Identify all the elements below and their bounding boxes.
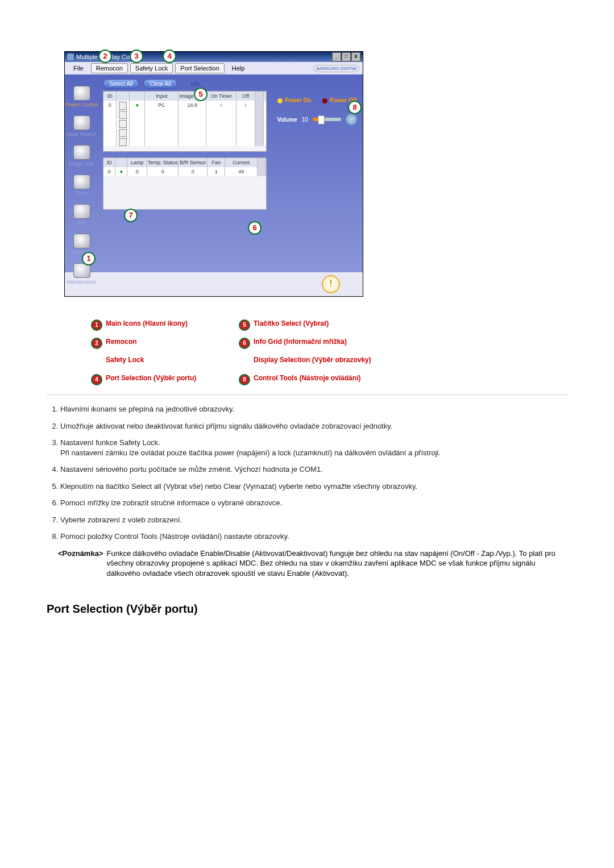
volume-control: Volume 10 [277, 114, 357, 125]
idle-label: Idle [191, 81, 200, 87]
menu-remocon[interactable]: Remocon [91, 63, 128, 73]
col-input: Input [145, 92, 179, 101]
legend-number: 1 [91, 319, 102, 331]
sidebar-item-power-control[interactable]: Power Control [65, 86, 98, 107]
cell-status: ● [115, 167, 127, 176]
table-row[interactable] [103, 137, 266, 146]
list-item: Hlavními ikonami se přepíná na jednotliv… [60, 404, 567, 414]
volume-slider[interactable] [313, 118, 341, 121]
legend-item: 6Info Grid (Informační mřížka) [239, 338, 387, 349]
legend-number: 8 [239, 374, 250, 385]
legend-text: Safety Lock [106, 356, 144, 364]
legend-number [239, 356, 250, 367]
speaker-icon [346, 114, 357, 125]
minimize-button[interactable]: _ [332, 52, 341, 61]
close-button[interactable]: X [351, 52, 360, 61]
table-row[interactable] [103, 128, 266, 137]
app-body: Power Control Input Source Image Size Ti… [65, 74, 363, 272]
callout-6: 6 [248, 221, 262, 235]
sidebar-item-label: Input Source [67, 131, 96, 137]
pip-icon [73, 204, 90, 219]
brand-logo: SAMSUNG DIGITall [313, 65, 359, 72]
power-on-button[interactable]: Power On [277, 97, 312, 103]
note-label: <Poznámka> [58, 549, 103, 579]
callout-5: 5 [194, 88, 208, 101]
callout-7: 7 [124, 209, 138, 222]
power-controls: Power On Power Off [277, 97, 357, 103]
power-on-icon [277, 98, 283, 103]
legend-text: Tlačítko Select (Vybrat) [254, 319, 329, 327]
cell-on-timer: ○ [206, 101, 237, 110]
legend-number: 6 [239, 338, 250, 349]
col-current-temp: Current Temp. [225, 158, 258, 167]
select-all-button[interactable]: Select All [103, 79, 139, 89]
status-info-grid: ID Lamp Temp. Status B/R Sensor Fan Curr… [103, 157, 267, 210]
list-item: Nastavení funkce Safety Lock. Při nastav… [60, 438, 567, 458]
power-off-icon [322, 98, 327, 103]
col-temp-status: Temp. Status [147, 158, 179, 167]
cell-current-temp: 49 [225, 167, 258, 176]
legend-item: Safety Lock [91, 356, 239, 367]
section-heading: Port Selection (Výběr portu) [47, 603, 567, 616]
legend-text: Display Selection (Výběr obrazovky) [254, 356, 371, 364]
callout-2: 2 [98, 49, 112, 63]
volume-label: Volume [277, 117, 297, 123]
list-item: Umožňuje aktivovat nebo deaktivovat funk… [60, 421, 567, 431]
menu-help[interactable]: Help [227, 63, 250, 73]
cell-off-timer: ○ [237, 101, 255, 110]
legend-item: 5Tlačítko Select (Vybrat) [239, 319, 387, 331]
col-id: ID [103, 92, 117, 101]
grid-header: ID Lamp Temp. Status B/R Sensor Fan Curr… [103, 158, 266, 167]
menu-file[interactable]: File [68, 63, 89, 73]
col-br-sensor: B/R Sensor [179, 158, 208, 167]
sidebar-item-label: Image Size [69, 161, 94, 167]
cell-id: 0 [103, 167, 115, 176]
legend-item: 2Remocon [91, 338, 239, 349]
table-row[interactable]: 0 ● PC 16:9 ○ ○ [103, 101, 266, 110]
note-block: <Poznámka> Funkce dálkového ovladače Ena… [47, 549, 567, 579]
cell-fan: 1 [208, 167, 225, 176]
table-row[interactable]: 0 ● 0 0 0 1 49 [103, 167, 266, 176]
sidebar-item-pip[interactable]: PIP [73, 204, 90, 226]
sidebar-item-input-source[interactable]: Input Source [67, 115, 96, 137]
cell-lamp: 0 [127, 167, 147, 176]
legend-item: 1Main Icons (Hlavní ikony) [91, 319, 239, 331]
menu-safety-lock[interactable]: Safety Lock [130, 63, 173, 73]
cell-check[interactable] [117, 101, 130, 110]
legend-number: 5 [239, 319, 250, 331]
clear-all-button[interactable]: Clear All [143, 79, 177, 89]
callout-3: 3 [130, 49, 143, 63]
divider [47, 394, 567, 395]
volume-knob[interactable] [318, 115, 325, 124]
sidebar-item-label: Power Control [65, 102, 98, 107]
col-on-timer: On Timer [206, 92, 237, 101]
table-row[interactable] [103, 119, 266, 128]
menubar: File Remocon Safety Lock Port Selection … [65, 62, 363, 74]
legend-number: 2 [91, 338, 102, 349]
legend-text: Port Selection (Výběr portu) [106, 374, 196, 382]
legend-text: Remocon [106, 338, 137, 346]
col-check [117, 92, 130, 101]
sidebar-item-maintenance[interactable]: Maintenance [67, 263, 97, 285]
menu-port-selection[interactable]: Port Selection [175, 63, 224, 73]
col-off-timer: Off Timer [237, 92, 255, 101]
sidebar-item-time[interactable]: Time [73, 175, 90, 196]
toolbar: Select All Clear All Idle [103, 79, 267, 89]
legend-item: 4Port Selection (Výběr portu) [91, 374, 239, 385]
cell-input: PC [145, 101, 179, 110]
legend-text: Info Grid (Informační mřížka) [254, 338, 347, 346]
input-icon [73, 115, 90, 130]
col-fan: Fan [208, 158, 225, 167]
col-remote [130, 92, 145, 101]
window-controls: _ □ X [332, 52, 360, 61]
sidebar-item-image-size[interactable]: Image Size [69, 145, 94, 167]
table-row[interactable] [103, 110, 266, 119]
maximize-button[interactable]: □ [342, 52, 351, 61]
status-bar: ! [65, 272, 363, 296]
cell-br-sensor: 0 [179, 167, 208, 176]
list-item: Vyberte zobrazení z voleb zobrazení. [60, 515, 567, 525]
col-check [115, 158, 127, 167]
list-item: Nastavení sériového portu počítače se mů… [60, 464, 567, 475]
callout-1: 1 [82, 252, 96, 265]
app-icon [67, 53, 74, 60]
